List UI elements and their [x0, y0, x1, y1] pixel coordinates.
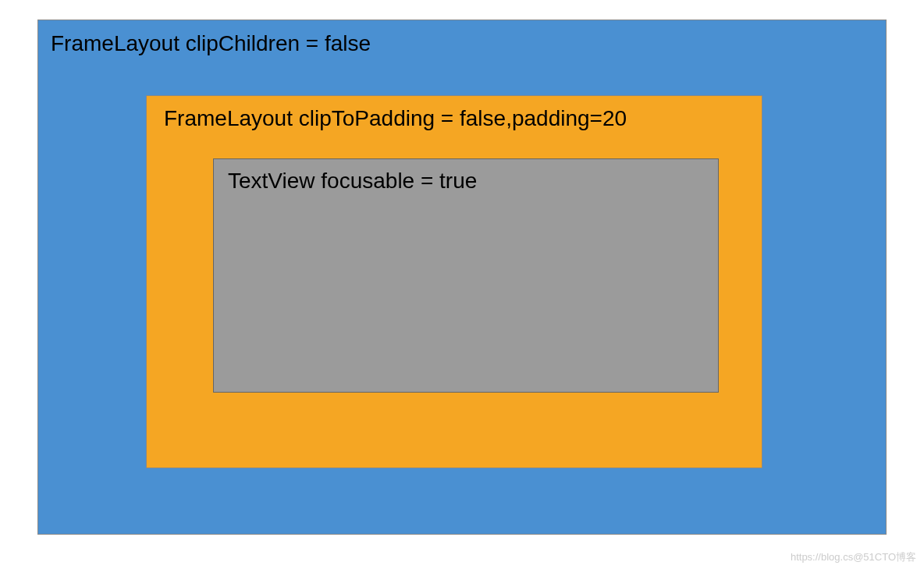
middle-framelayout-box: FrameLayout clipToPadding = false,paddin…: [146, 95, 762, 468]
inner-textview-label: TextView focusable = true: [228, 169, 477, 194]
outer-framelayout-label: FrameLayout clipChildren = false: [51, 31, 371, 56]
inner-textview-box: TextView focusable = true: [213, 158, 719, 393]
outer-framelayout-box: FrameLayout clipChildren = false FrameLa…: [37, 20, 887, 535]
watermark-text: https://blog.cs@51CTO博客: [791, 550, 916, 564]
middle-framelayout-label: FrameLayout clipToPadding = false,paddin…: [164, 106, 627, 131]
